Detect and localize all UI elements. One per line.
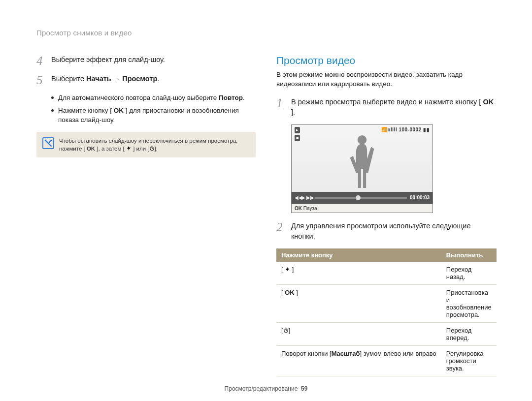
step-number: 4 xyxy=(36,55,46,67)
video-icon: ■ xyxy=(295,135,300,141)
timer-icon xyxy=(149,146,155,152)
intro-paragraph: В этом режиме можно воспроизвести видео,… xyxy=(276,70,496,89)
ok-label: OK xyxy=(483,98,494,106)
play-icon: ▶ xyxy=(300,195,306,200)
table-header-button: Нажмите кнопку xyxy=(276,248,441,262)
list-item: Для автоматического повтора слайд-шоу вы… xyxy=(51,93,256,103)
step-5: 5 Выберите Начать → Просмотр. xyxy=(36,74,256,86)
note-icon xyxy=(42,137,54,149)
bold-text: Повтор xyxy=(219,94,243,101)
play-mode-icon: ▸ xyxy=(295,127,300,133)
file-counter: 100-0002 xyxy=(399,127,421,132)
text: ]. xyxy=(291,108,295,116)
action-cell: Регулировка громкости звука. xyxy=(441,345,497,376)
action-cell: Переход вперед. xyxy=(441,322,497,345)
action-cell: Переход назад. xyxy=(441,262,497,285)
progress-track xyxy=(315,197,407,199)
video-progress-bar: ◀◀ ▶ ▶▶ 00:00:03 xyxy=(292,192,432,204)
ok-label: OK xyxy=(295,206,302,211)
caption-text: Пауза xyxy=(303,206,317,211)
text: Для автоматического повтора слайд-шоу вы… xyxy=(58,94,219,101)
note-box: Чтобы остановить слайд-шоу и переключить… xyxy=(36,132,256,157)
step-text: Для управления просмотром используйте сл… xyxy=(291,221,496,242)
text: Поворот кнопки [ xyxy=(281,350,332,357)
controls-table: Нажмите кнопку Выполнить [ ] Переход наз… xyxy=(276,248,497,376)
ok-label: OK xyxy=(87,146,95,152)
svg-point-1 xyxy=(358,135,366,144)
volume-icon: 📶ııllll xyxy=(381,127,399,132)
step-number: 2 xyxy=(276,221,286,242)
step-number: 5 xyxy=(36,74,46,86)
text: ] или [ xyxy=(132,146,149,152)
rewind-icon: ◀◀ xyxy=(295,195,300,200)
button-cell: [] xyxy=(276,322,441,345)
text: . xyxy=(243,94,245,101)
table-header-action: Выполнить xyxy=(441,248,497,262)
text: ]. xyxy=(155,146,158,152)
page-number: 59 xyxy=(301,385,307,392)
running-header: Просмотр снимков и видео xyxy=(36,29,496,37)
overlay-left-icons: ▸ ■ xyxy=(295,127,300,141)
text: Нажмите кнопку [ xyxy=(58,107,114,114)
video-frame: ▸ ■ 📶ııllll 100-0002 ▮▮ ◀◀ ▶ xyxy=(292,125,432,204)
section-heading: Просмотр видео xyxy=(276,55,496,66)
bold-text: Масштаб xyxy=(332,350,360,357)
button-cell: [ ] xyxy=(276,262,441,285)
battery-icon: ▮▮ xyxy=(423,127,430,132)
right-column: Просмотр видео В этом режиме можно воспр… xyxy=(276,55,496,376)
step-text: В режиме просмотра выберите видео и нажм… xyxy=(291,97,496,118)
footer-section: Просмотр/редактирование xyxy=(225,385,298,392)
ok-label: OK xyxy=(285,289,295,296)
text: . xyxy=(157,75,159,83)
left-column: 4 Выберите эффект для слайд-шоу. 5 Выбер… xyxy=(36,55,256,376)
svg-point-0 xyxy=(150,147,153,151)
text: ], а затем [ xyxy=(95,146,126,152)
table-row: Поворот кнопки [Масштаб] зумом влево или… xyxy=(276,345,497,376)
button-cell: [ OK ] xyxy=(276,284,441,322)
forward-icon: ▶▶ xyxy=(306,195,312,200)
bold-text: Начать → Просмотр xyxy=(86,75,157,83)
timer-icon xyxy=(283,327,289,334)
text: Выберите xyxy=(51,75,86,83)
video-silhouette xyxy=(347,134,377,189)
list-item: Нажмите кнопку [ OK ] для приостановки и… xyxy=(51,106,256,125)
step-1: 1 В режиме просмотра выберите видео и на… xyxy=(276,97,496,118)
ok-label: OK xyxy=(114,107,124,114)
step-4: 4 Выберите эффект для слайд-шоу. xyxy=(36,55,256,67)
table-row: [ OK ] Приостановка и возобновление прос… xyxy=(276,284,497,322)
bullet-list: Для автоматического повтора слайд-шоу вы… xyxy=(51,93,256,125)
page-footer: Просмотр/редактирование 59 xyxy=(0,385,532,392)
step-text: Выберите эффект для слайд-шоу. xyxy=(51,55,165,67)
text: ] зумом влево или вправо xyxy=(360,350,436,357)
text: В режиме просмотра выберите видео и нажм… xyxy=(291,98,483,106)
table-row: [] Переход вперед. xyxy=(276,322,497,345)
video-preview: ▸ ■ 📶ııllll 100-0002 ▮▮ ◀◀ ▶ xyxy=(291,124,433,213)
video-caption: OK Пауза xyxy=(292,204,432,213)
flash-icon xyxy=(285,266,290,273)
note-text: Чтобы остановить слайд-шоу и переключить… xyxy=(59,137,250,153)
step-text: Выберите Начать → Просмотр. xyxy=(51,74,159,86)
action-cell: Приостановка и возобновление просмотра. xyxy=(441,284,497,322)
elapsed-time: 00:00:03 xyxy=(410,195,430,200)
flash-icon xyxy=(126,146,132,152)
step-2: 2 Для управления просмотром используйте … xyxy=(276,221,496,242)
button-cell: Поворот кнопки [Масштаб] зумом влево или… xyxy=(276,345,441,376)
step-number: 1 xyxy=(276,97,286,118)
table-row: [ ] Переход назад. xyxy=(276,262,497,285)
overlay-top-right: 📶ııllll 100-0002 ▮▮ xyxy=(381,127,430,132)
